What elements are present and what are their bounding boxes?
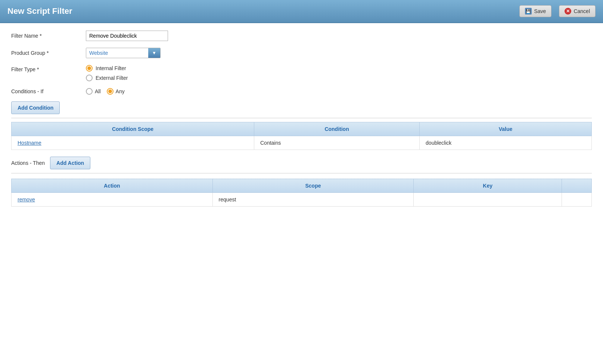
page-title: New Script Filter bbox=[7, 6, 512, 16]
conditions-all-label: All bbox=[95, 88, 101, 94]
key-header: Key bbox=[414, 179, 562, 193]
filter-name-field bbox=[86, 31, 592, 41]
cancel-icon: ✕ bbox=[565, 8, 571, 15]
add-action-button[interactable]: Add Action bbox=[50, 157, 90, 169]
action-header: Action bbox=[12, 179, 213, 193]
condition-scope-cell: Hostname bbox=[12, 136, 254, 150]
hostname-link[interactable]: Hostname bbox=[18, 140, 41, 146]
main-content: Filter Name * Product Group * Website Mo… bbox=[0, 23, 603, 214]
conditions-table-body: Hostname Contains doubleclick bbox=[12, 136, 592, 150]
conditions-all-radio[interactable] bbox=[86, 88, 93, 95]
select-arrow-icon[interactable]: ▼ bbox=[148, 48, 160, 58]
actions-table: Action Scope Key remove request bbox=[11, 179, 592, 207]
divider-1 bbox=[11, 118, 592, 118]
conditions-table: Condition Scope Condition Value Hostname… bbox=[11, 122, 592, 150]
key-cell bbox=[414, 193, 562, 207]
cancel-button[interactable]: ✕ Cancel bbox=[559, 5, 596, 17]
scope-header: Scope bbox=[212, 179, 414, 193]
save-button[interactable]: 💾 Save bbox=[519, 5, 551, 17]
filter-type-row: Filter Type * Internal Filter External F… bbox=[11, 65, 592, 81]
value-cell: doubleclick bbox=[420, 136, 592, 150]
conditions-radio-group: All Any bbox=[86, 88, 125, 95]
conditions-any-option[interactable]: Any bbox=[107, 88, 125, 95]
conditions-any-radio[interactable] bbox=[107, 88, 114, 95]
product-group-select-wrapper: Website Mobile API ▼ bbox=[86, 48, 161, 58]
remove-link[interactable]: remove bbox=[18, 197, 35, 203]
internal-filter-label: Internal Filter bbox=[96, 65, 126, 71]
scope-cell: request bbox=[212, 193, 414, 207]
action-cell: remove bbox=[12, 193, 213, 207]
product-group-field: Website Mobile API ▼ bbox=[86, 48, 592, 58]
internal-filter-option[interactable]: Internal Filter bbox=[86, 65, 592, 72]
extra-cell bbox=[562, 193, 592, 207]
filter-type-field: Internal Filter External Filter bbox=[86, 65, 592, 81]
save-icon: 💾 bbox=[525, 8, 532, 15]
condition-header: Condition bbox=[254, 122, 419, 136]
conditions-if-row: Conditions - If All Any bbox=[11, 88, 592, 95]
divider-2 bbox=[11, 173, 592, 173]
conditions-if-label: Conditions - If bbox=[11, 88, 86, 94]
filter-name-label: Filter Name * bbox=[11, 33, 86, 39]
conditions-table-header: Condition Scope Condition Value bbox=[12, 122, 592, 136]
external-filter-label: External Filter bbox=[96, 75, 128, 81]
condition-scope-header: Condition Scope bbox=[12, 122, 254, 136]
page-header: New Script Filter 💾 Save ✕ Cancel bbox=[0, 0, 603, 23]
conditions-all-option[interactable]: All bbox=[86, 88, 101, 95]
condition-row-1: Hostname Contains doubleclick bbox=[12, 136, 592, 150]
internal-filter-radio[interactable] bbox=[86, 65, 93, 72]
product-group-select[interactable]: Website Mobile API bbox=[86, 48, 148, 58]
add-condition-container: Add Condition bbox=[11, 101, 592, 114]
external-filter-radio[interactable] bbox=[86, 75, 93, 81]
filter-type-radio-group: Internal Filter External Filter bbox=[86, 65, 592, 81]
product-group-row: Product Group * Website Mobile API ▼ bbox=[11, 48, 592, 58]
actions-table-body: remove request bbox=[12, 193, 592, 207]
filter-name-row: Filter Name * bbox=[11, 31, 592, 41]
product-group-label: Product Group * bbox=[11, 50, 86, 56]
filter-name-input[interactable] bbox=[86, 31, 168, 41]
actions-then-row: Actions - Then Add Action bbox=[11, 157, 592, 169]
actions-table-header: Action Scope Key bbox=[12, 179, 592, 193]
add-condition-button[interactable]: Add Condition bbox=[11, 101, 60, 114]
filter-type-label: Filter Type * bbox=[11, 65, 86, 72]
external-filter-option[interactable]: External Filter bbox=[86, 75, 592, 81]
actions-then-label: Actions - Then bbox=[11, 160, 45, 166]
extra-header bbox=[562, 179, 592, 193]
conditions-any-label: Any bbox=[116, 88, 125, 94]
condition-cell: Contains bbox=[254, 136, 419, 150]
value-header: Value bbox=[420, 122, 592, 136]
action-row-1: remove request bbox=[12, 193, 592, 207]
